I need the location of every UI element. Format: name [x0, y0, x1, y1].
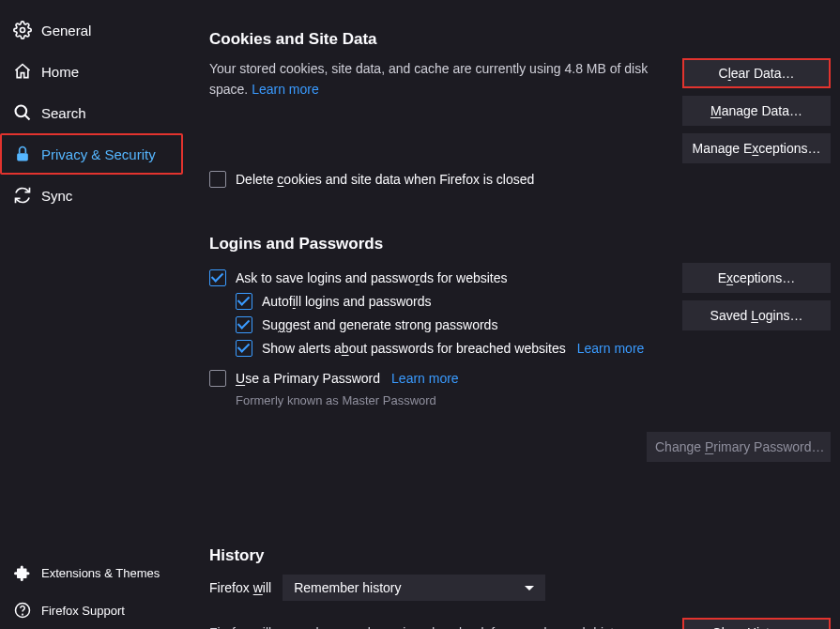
alerts-label: Show alerts about passwords for breached…	[262, 341, 566, 356]
sidebar: General Home Search Privacy & Security S…	[0, 0, 183, 629]
primary-password-label: Use a Primary Password	[236, 371, 380, 386]
section-title-cookies: Cookies and Site Data	[209, 30, 831, 49]
cookies-learn-more-link[interactable]: Learn more	[252, 82, 319, 97]
puzzle-icon	[13, 563, 32, 582]
suggest-checkbox[interactable]	[236, 316, 252, 333]
autofill-label: Autofill logins and passwords	[262, 294, 432, 309]
manage-data-button[interactable]: Manage Data…	[682, 96, 831, 126]
ask-save-label: Ask to save logins and passwords for web…	[236, 270, 508, 285]
svg-point-1	[16, 106, 27, 117]
gear-icon	[13, 21, 32, 39]
autofill-checkbox[interactable]	[236, 293, 252, 310]
lock-icon	[13, 145, 32, 163]
sidebar-label: Privacy & Security	[41, 146, 156, 162]
sidebar-item-sync[interactable]: Sync	[0, 175, 183, 216]
help-icon	[13, 601, 32, 620]
sidebar-item-privacy[interactable]: Privacy & Security	[0, 133, 183, 175]
home-icon	[13, 62, 32, 81]
clear-history-button[interactable]: Clear History…	[682, 618, 831, 629]
history-mode-select[interactable]: Remember history	[283, 575, 545, 601]
sidebar-label: Home	[41, 64, 79, 80]
svg-point-5	[23, 614, 23, 615]
search-icon	[13, 103, 32, 122]
exceptions-button[interactable]: Exceptions…	[682, 263, 831, 293]
sidebar-label: Extensions & Themes	[41, 566, 160, 580]
sidebar-item-search[interactable]: Search	[0, 92, 183, 133]
alerts-learn-more-link[interactable]: Learn more	[577, 341, 645, 356]
ask-save-checkbox[interactable]	[209, 269, 226, 286]
svg-point-0	[21, 28, 25, 33]
main-panel: Cookies and Site Data Your stored cookie…	[183, 0, 840, 629]
sidebar-label: Firefox Support	[41, 604, 125, 618]
clear-data-button[interactable]: Clear Data…	[682, 58, 831, 88]
history-description: Firefox will remember your browsing, dow…	[209, 622, 682, 629]
sync-icon	[13, 186, 32, 205]
saved-logins-button[interactable]: Saved Logins…	[682, 300, 831, 330]
sidebar-item-home[interactable]: Home	[0, 51, 183, 92]
history-mode-value: Remember history	[294, 580, 401, 595]
sidebar-label: General	[41, 23, 91, 38]
delete-cookies-checkbox[interactable]	[209, 171, 226, 188]
sidebar-item-extensions[interactable]: Extensions & Themes	[0, 554, 183, 591]
sidebar-item-general[interactable]: General	[0, 9, 183, 51]
manage-exceptions-button[interactable]: Manage Exceptions…	[682, 133, 831, 163]
svg-line-2	[25, 115, 30, 120]
primary-password-checkbox[interactable]	[209, 370, 226, 387]
primary-learn-more-link[interactable]: Learn more	[391, 371, 459, 386]
chevron-down-icon	[525, 586, 534, 591]
alerts-checkbox[interactable]	[236, 340, 252, 357]
delete-cookies-label: Delete cookies and site data when Firefo…	[236, 172, 534, 187]
suggest-label: Suggest and generate strong passwords	[262, 317, 497, 332]
history-will-label: Firefox will	[209, 580, 271, 595]
section-title-history: History	[209, 546, 831, 565]
section-title-logins: Logins and Passwords	[209, 235, 831, 253]
change-primary-password-button: Change Primary Password…	[647, 432, 831, 462]
svg-rect-3	[17, 153, 28, 161]
cookies-description: Your stored cookies, site data, and cach…	[209, 58, 682, 100]
sidebar-item-support[interactable]: Firefox Support	[0, 591, 183, 629]
sidebar-label: Search	[41, 105, 86, 121]
formerly-note: Formerly known as Master Password	[236, 393, 682, 407]
sidebar-label: Sync	[41, 188, 72, 204]
